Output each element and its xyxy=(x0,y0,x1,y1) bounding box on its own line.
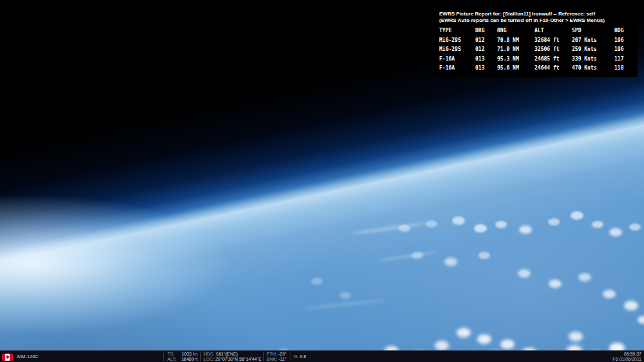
cell-rng: 95.6 NM xyxy=(497,64,529,73)
divider xyxy=(263,352,264,361)
col-brg: BRG xyxy=(475,26,492,36)
bnk-value: -11° xyxy=(278,357,286,361)
g-load-section: G:0.8 xyxy=(294,351,306,362)
cell-type: F-16A xyxy=(439,64,470,73)
cell-brg: 013 xyxy=(475,55,492,64)
cell-spd: 207 Knts xyxy=(572,36,609,46)
divider xyxy=(200,352,201,361)
cell-rng: 70.8 NM xyxy=(497,36,529,46)
pitch-bank-section: PTH:-29° BNK:-11° xyxy=(267,352,287,362)
cell-type: MiG-29S xyxy=(439,45,470,55)
pth-label: PTH: xyxy=(267,352,277,356)
cell-brg: 013 xyxy=(475,64,492,73)
pth-value: -29° xyxy=(278,352,287,356)
ewrs-title: EWRS Picture Report for: [Stallion11] Ir… xyxy=(439,11,632,17)
col-rng: RNG xyxy=(497,26,529,36)
table-row: MiG-29S 012 70.8 NM 32684 ft 207 Knts 19… xyxy=(439,36,632,46)
divider xyxy=(290,352,290,361)
cell-rng: 71.0 NM xyxy=(497,45,529,55)
cell-alt: 32506 ft xyxy=(535,45,567,55)
hdg-value: 061°(ENE) xyxy=(216,352,238,356)
cell-brg: 012 xyxy=(475,45,492,55)
cell-rng: 95.3 NM xyxy=(497,55,529,64)
altitude-readout: ALT: 16480 ft xyxy=(167,357,198,362)
status-left-group: AIM-120C xyxy=(2,351,39,362)
table-row: F-16A 013 95.6 NM 24644 ft 470 Knts 118 xyxy=(439,64,632,73)
col-type: TYPE xyxy=(439,26,470,36)
g-value: 0.8 xyxy=(299,354,306,359)
cell-spd: 259 Knts xyxy=(572,45,609,55)
bank-readout: BNK:-11° xyxy=(267,357,287,362)
heading-location-section: HDG:061°(ENE) LOC:29°07'30"N 58°14'44"E xyxy=(204,352,261,362)
tas-unit: kn xyxy=(193,352,198,356)
weapon-name: AIM-120C xyxy=(17,354,39,359)
cell-spd: 339 Knts xyxy=(572,55,609,64)
cell-hdg: 196 xyxy=(614,45,632,55)
cell-type: MiG-29S xyxy=(439,36,470,46)
pitch-readout: PTH:-29° xyxy=(267,352,287,357)
maple-leaf-icon xyxy=(6,355,9,358)
ewrs-report-panel: EWRS Picture Report for: [Stallion11] Ir… xyxy=(434,8,638,77)
cell-alt: 32684 ft xyxy=(535,36,567,46)
alt-label: ALT: xyxy=(167,357,176,362)
cell-hdg: 196 xyxy=(614,36,632,46)
tas-label: TS: xyxy=(167,352,175,357)
cell-alt: 24685 ft xyxy=(535,55,567,64)
ewrs-contacts-table: TYPE BRG RNG ALT SPD HDG MiG-29S 012 70.… xyxy=(439,26,632,73)
speed-altitude-section: TS: 1033 kn ALT: 16480 ft xyxy=(167,352,198,362)
col-spd: SPD xyxy=(572,26,609,36)
cell-hdg: 117 xyxy=(614,55,632,64)
ewrs-subtitle: (EWRS Auto-reports can be turned off in … xyxy=(439,17,632,24)
cell-type: F-16A xyxy=(439,55,470,64)
table-row: MiG-29S 012 71.0 NM 32506 ft 259 Knts 19… xyxy=(439,45,632,55)
col-alt: ALT xyxy=(535,26,567,36)
loc-value: 29°07'30"N 58°14'44"E xyxy=(215,357,261,361)
time-date-section: 05:59:37 F6 01/06/2011 xyxy=(612,352,641,362)
cell-brg: 012 xyxy=(475,36,492,46)
col-hdg: HDG xyxy=(614,26,632,36)
mission-date: F6 01/06/2011 xyxy=(612,357,641,362)
tas-value: 1033 xyxy=(182,352,192,356)
loc-label: LOC: xyxy=(204,357,214,361)
divider xyxy=(163,352,164,361)
country-flag-icon xyxy=(2,354,13,361)
true-speed-readout: TS: 1033 kn xyxy=(167,352,198,357)
alt-unit: ft xyxy=(195,357,198,361)
hdg-label: HDG: xyxy=(204,352,215,356)
cell-hdg: 118 xyxy=(614,64,632,73)
simulator-viewport: EWRS Picture Report for: [Stallion11] Ir… xyxy=(0,0,644,362)
g-label: G: xyxy=(294,354,298,359)
alt-value: 16480 xyxy=(182,357,194,361)
cell-alt: 24644 ft xyxy=(535,64,567,73)
location-readout: LOC:29°07'30"N 58°14'44"E xyxy=(204,357,261,362)
status-bar: AIM-120C TS: 1033 kn ALT: 16480 ft HDG:0… xyxy=(0,350,644,362)
table-row: F-16A 013 95.3 NM 24685 ft 339 Knts 117 xyxy=(439,55,632,64)
mission-time: 05:59:37 xyxy=(612,352,641,357)
heading-readout: HDG:061°(ENE) xyxy=(204,352,261,357)
table-header: TYPE BRG RNG ALT SPD HDG xyxy=(439,26,632,36)
cell-spd: 470 Knts xyxy=(572,64,609,73)
clouds-cluster xyxy=(0,0,10,6)
bnk-label: BNK: xyxy=(267,357,277,361)
